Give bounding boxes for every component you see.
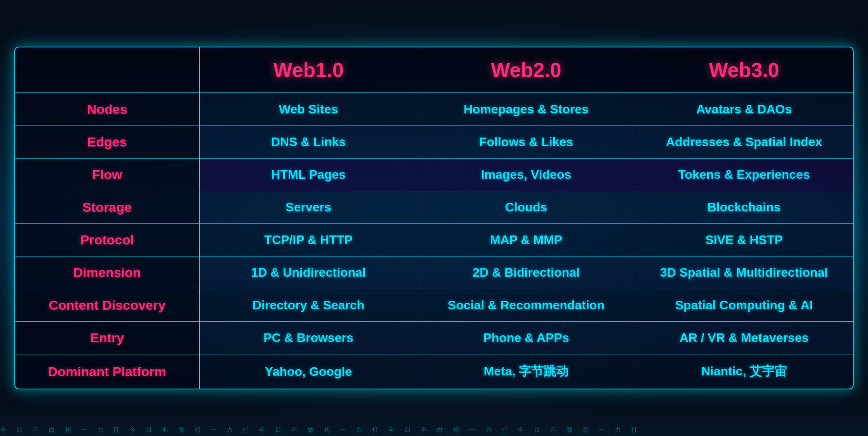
header-web1: Web1.0: [199, 47, 417, 93]
row-web1: Directory & Search: [199, 289, 417, 322]
row-web1: Web Sites: [199, 93, 417, 126]
table-row: ProtocolTCP/IP & HTTPMAP & MMPSIVE & HST…: [15, 224, 853, 256]
row-web2: Phone & APPs: [417, 322, 635, 354]
row-web3: SIVE & HSTP: [635, 224, 853, 256]
bottom-ticker: 今 日 不 做 初 一 力 打 今 日 不 做 初 一 力 打 今 日 不 做 …: [0, 425, 868, 434]
row-web1: HTML Pages: [199, 159, 417, 191]
table-row: StorageServersCloudsBlockchains: [15, 191, 853, 224]
row-web2: Meta, 字节跳动: [417, 354, 635, 389]
row-web2: 2D & Bidirectional: [417, 256, 635, 289]
row-web1: 1D & Unidirectional: [199, 256, 417, 289]
table-row: FlowHTML PagesImages, VideosTokens & Exp…: [15, 159, 853, 191]
header-web3: Web3.0: [635, 47, 853, 93]
table-row: Content DiscoveryDirectory & SearchSocia…: [15, 289, 853, 322]
row-label: Protocol: [15, 224, 199, 256]
table-row: NodesWeb SitesHomepages & StoresAvatars …: [15, 93, 853, 126]
table-row: EdgesDNS & LinksFollows & LikesAddresses…: [15, 126, 853, 159]
row-label: Dominant Platform: [15, 354, 199, 389]
row-web1: TCP/IP & HTTP: [199, 224, 417, 256]
row-web3: Niantic, 艾宇宙: [635, 354, 853, 389]
header-web2: Web2.0: [417, 47, 635, 93]
row-web3: Tokens & Experiences: [635, 159, 853, 191]
header-category: [15, 47, 199, 93]
row-web1: DNS & Links: [199, 126, 417, 159]
row-web2: Social & Recommendation: [417, 289, 635, 322]
row-label: Dimension: [15, 256, 199, 289]
row-web2: Homepages & Stores: [417, 93, 635, 126]
row-web3: AR / VR & Metaverses: [635, 322, 853, 354]
comparison-table: Web1.0 Web2.0 Web3.0 NodesWeb SitesHomep…: [14, 47, 854, 389]
row-label: Storage: [15, 191, 199, 224]
row-web3: 3D Spatial & Multidirectional: [635, 256, 853, 289]
row-label: Nodes: [15, 93, 199, 126]
row-web1: Servers: [199, 191, 417, 224]
row-web1: Yahoo, Google: [199, 354, 417, 389]
row-web2: MAP & MMP: [417, 224, 635, 256]
ticker-text: 今 日 不 做 初 一 力 打 今 日 不 做 初 一 力 打 今 日 不 做 …: [0, 426, 640, 434]
row-label: Content Discovery: [15, 289, 199, 322]
row-label: Entry: [15, 322, 199, 354]
row-label: Edges: [15, 126, 199, 159]
row-web2: Follows & Likes: [417, 126, 635, 159]
row-web2: Clouds: [417, 191, 635, 224]
row-web2: Images, Videos: [417, 159, 635, 191]
row-web3: Addresses & Spatial Index: [635, 126, 853, 159]
row-web1: PC & Browsers: [199, 322, 417, 354]
row-web3: Blockchains: [635, 191, 853, 224]
table-row: EntryPC & BrowsersPhone & APPsAR / VR & …: [15, 322, 853, 354]
row-web3: Avatars & DAOs: [635, 93, 853, 126]
row-label: Flow: [15, 159, 199, 191]
row-web3: Spatial Computing & AI: [635, 289, 853, 322]
table-row: Dimension1D & Unidirectional2D & Bidirec…: [15, 256, 853, 289]
table-row: Dominant PlatformYahoo, GoogleMeta, 字节跳动…: [15, 354, 853, 389]
